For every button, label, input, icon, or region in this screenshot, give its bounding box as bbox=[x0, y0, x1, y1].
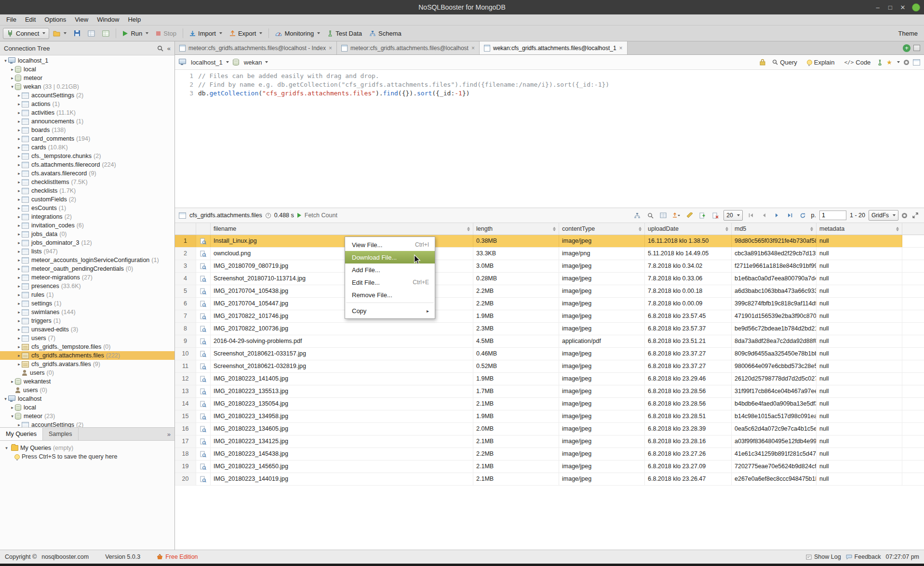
tree-caret-icon[interactable] bbox=[10, 84, 15, 89]
row-preview-icon[interactable] bbox=[196, 235, 211, 247]
length-cell[interactable]: 0.52MB bbox=[473, 360, 559, 372]
snippets-flask-icon[interactable] bbox=[877, 59, 883, 66]
contenttype-cell[interactable]: application/pdf bbox=[559, 335, 645, 347]
row-preview-icon[interactable] bbox=[196, 435, 211, 448]
md5-cell[interactable]: a6d3babc1063bba473a66c9331 bbox=[732, 285, 817, 297]
theme-button[interactable]: Theme bbox=[895, 28, 921, 39]
md5-cell[interactable]: 0ea5c62d4a072c9e7ca4b1c5eff bbox=[732, 423, 817, 435]
uploaddate-cell[interactable]: 6.8.2018 klo 23.28.39 bbox=[645, 423, 732, 435]
length-cell[interactable]: 2.1MB bbox=[473, 461, 559, 473]
contenttype-cell[interactable]: image/jpeg bbox=[559, 473, 645, 485]
test-data-button[interactable]: Test Data bbox=[324, 28, 365, 39]
metadata-cell[interactable]: null bbox=[817, 335, 902, 347]
table-row[interactable]: 18 IMG_20180223_145438.jpg 2.2MB image/j… bbox=[175, 448, 924, 461]
sort-icon[interactable] bbox=[465, 227, 470, 231]
length-cell[interactable]: 1.9MB bbox=[473, 310, 559, 322]
results-settings-icon[interactable] bbox=[902, 213, 907, 218]
menu-bar-item[interactable]: Options bbox=[40, 14, 70, 25]
show-log-button[interactable]: Show Log bbox=[806, 553, 841, 560]
contenttype-cell[interactable]: image/jpeg bbox=[559, 435, 645, 448]
tree-item[interactable]: unsaved-edits (3) bbox=[0, 325, 174, 334]
tree-caret-icon[interactable] bbox=[16, 93, 22, 98]
tree-caret-icon[interactable] bbox=[16, 240, 22, 245]
tree-caret-icon[interactable] bbox=[16, 353, 22, 358]
table-row[interactable]: 15 IMG_20180223_134958.jpg 1.9MB image/j… bbox=[175, 410, 924, 423]
tree-item[interactable]: checklistItems (7.5K) bbox=[0, 178, 174, 186]
last-page-icon[interactable] bbox=[785, 211, 795, 220]
tab-samples[interactable]: Samples bbox=[43, 428, 79, 440]
tree-caret-icon[interactable] bbox=[16, 102, 22, 106]
tree-item[interactable]: cards (10.8K) bbox=[0, 143, 174, 152]
table-row[interactable]: 14 IMG_20180223_135054.jpg 2.1MB image/j… bbox=[175, 398, 924, 410]
md5-cell[interactable]: 399c8274fbfb19c818c9af114df8 bbox=[732, 298, 817, 310]
tree-caret-icon[interactable] bbox=[16, 318, 22, 323]
header-contenttype[interactable]: contentType bbox=[559, 223, 645, 235]
md5-cell[interactable]: be9d56c72bdeae1b784d2bd215 bbox=[732, 323, 817, 335]
md5-cell[interactable]: b4bdb6e4faed0a909ba13e5df30 bbox=[732, 398, 817, 410]
tree-caret-icon[interactable] bbox=[16, 154, 22, 158]
row-preview-icon[interactable] bbox=[196, 398, 211, 410]
md5-cell[interactable]: 8da73a8df28ea7c2dda92d88f0c bbox=[732, 335, 817, 347]
contenttype-cell[interactable]: image/jpeg bbox=[559, 448, 645, 460]
row-preview-icon[interactable] bbox=[196, 461, 211, 473]
contenttype-cell[interactable]: image/jpeg bbox=[559, 323, 645, 335]
tab-close-icon[interactable] bbox=[619, 45, 623, 52]
tree-caret-icon[interactable] bbox=[10, 67, 15, 72]
menu-item-add-file[interactable]: Add File... bbox=[345, 263, 435, 276]
chevron-down-icon[interactable] bbox=[897, 61, 900, 63]
menu-bar-item[interactable]: File bbox=[2, 14, 21, 25]
save-button[interactable] bbox=[70, 28, 84, 38]
table-row[interactable]: 16 IMG_20180223_134605.jpg 2.0MB image/j… bbox=[175, 423, 924, 435]
tree-item[interactable]: meteor-migrations (27) bbox=[0, 273, 174, 282]
view-mode-select[interactable]: GridFs bbox=[869, 210, 898, 221]
length-cell[interactable]: 2.0MB bbox=[473, 423, 559, 435]
header-md5[interactable]: md5 bbox=[732, 223, 817, 235]
tree-caret-icon[interactable] bbox=[16, 327, 22, 332]
length-cell[interactable]: 2.2MB bbox=[473, 298, 559, 310]
md5-cell[interactable]: 26120d25798778dd7d2d5c0273 bbox=[732, 373, 817, 385]
menu-bar-item[interactable]: Window bbox=[93, 14, 123, 25]
metadata-cell[interactable]: null bbox=[817, 248, 902, 260]
tree-caret-icon[interactable] bbox=[16, 145, 22, 150]
tree-caret-icon[interactable] bbox=[16, 301, 22, 306]
edit-document-icon[interactable] bbox=[684, 211, 694, 220]
lock-icon[interactable] bbox=[760, 59, 765, 66]
my-queries-root[interactable]: My Queries (empty) bbox=[4, 444, 171, 452]
contenttype-cell[interactable]: image/jpeg bbox=[559, 348, 645, 360]
length-cell[interactable]: 1.9MB bbox=[473, 410, 559, 422]
sort-icon[interactable] bbox=[723, 227, 728, 231]
contenttype-cell[interactable]: image/jpeg bbox=[559, 235, 645, 247]
length-cell[interactable]: 0.38MB bbox=[473, 235, 559, 247]
new-tab-button[interactable] bbox=[903, 44, 911, 52]
table-row[interactable]: 17 IMG_20180223_134125.jpg 2.1MB image/j… bbox=[175, 435, 924, 448]
aggregate-icon[interactable] bbox=[632, 211, 642, 220]
tree-caret-icon[interactable] bbox=[16, 110, 22, 115]
fetch-count-label[interactable]: Fetch Count bbox=[305, 212, 337, 219]
tree-caret-icon[interactable] bbox=[16, 223, 22, 228]
uploaddate-cell[interactable]: 6.8.2018 klo 23.28.51 bbox=[645, 410, 732, 422]
uploaddate-cell[interactable]: 7.8.2018 klo 0.33.06 bbox=[645, 273, 732, 285]
contenttype-cell[interactable]: image/jpeg bbox=[559, 260, 645, 272]
menu-item-remove-file[interactable]: Remove File... bbox=[345, 289, 435, 301]
table-row[interactable]: 7 IMG_20170822_101746.jpg 1.9MB image/jp… bbox=[175, 310, 924, 323]
document-tab[interactable]: wekan:cfs_gridfs.attachments.files@local… bbox=[480, 41, 628, 54]
contenttype-cell[interactable]: image/jpeg bbox=[559, 461, 645, 473]
find-in-results-icon[interactable] bbox=[645, 211, 655, 220]
add-document-icon[interactable] bbox=[697, 211, 707, 220]
code-button[interactable]: </> Code bbox=[841, 58, 873, 67]
tree-item[interactable]: jobs_dominator_3 (12) bbox=[0, 238, 174, 247]
export-results-icon[interactable] bbox=[671, 211, 681, 220]
menu-item-view-file[interactable]: View File... Ctrl+I bbox=[345, 238, 435, 251]
row-preview-icon[interactable] bbox=[196, 385, 211, 397]
uploaddate-cell[interactable]: 6.8.2018 klo 23.37.27 bbox=[645, 348, 732, 360]
explain-button[interactable]: Explain bbox=[804, 58, 838, 67]
contenttype-cell[interactable]: image/jpeg bbox=[559, 398, 645, 410]
contenttype-cell[interactable]: image/png bbox=[559, 248, 645, 260]
row-preview-icon[interactable] bbox=[196, 260, 211, 272]
tree-item[interactable]: meteor_oauth_pendingCredentials (0) bbox=[0, 264, 174, 273]
metadata-cell[interactable]: null bbox=[817, 235, 902, 247]
tree-item[interactable]: checklists (1.7K) bbox=[0, 186, 174, 195]
metadata-cell[interactable]: null bbox=[817, 260, 902, 272]
header-metadata[interactable]: metadata bbox=[817, 223, 902, 235]
document-tab[interactable]: meteor:cfs_gridfs.attachments.files@loca… bbox=[175, 41, 337, 54]
